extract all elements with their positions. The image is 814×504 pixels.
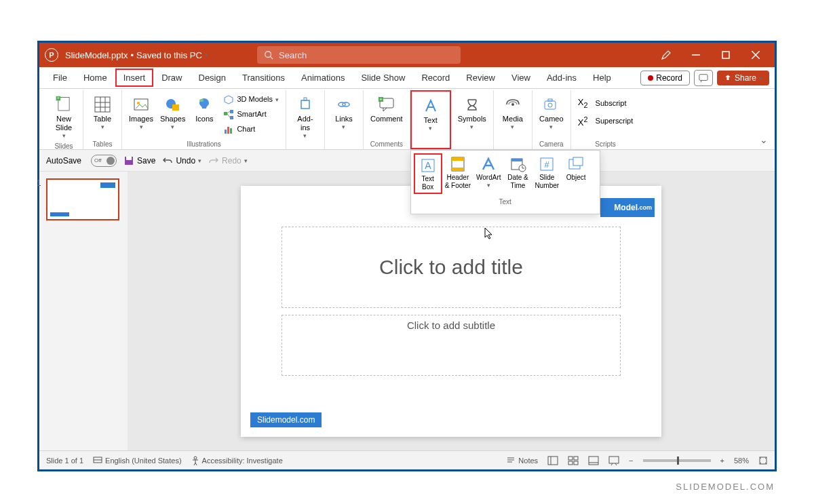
tab-home[interactable]: Home <box>75 69 115 87</box>
maximize-button[interactable] <box>712 45 739 65</box>
media-button[interactable]: Media▾ <box>498 93 528 132</box>
tab-review[interactable]: Review <box>458 69 503 87</box>
filename[interactable]: SlideModel.pptx <box>65 50 128 60</box>
svg-rect-6 <box>699 74 708 80</box>
share-button[interactable]: Share▾ <box>717 71 769 85</box>
minimize-button[interactable] <box>682 45 710 65</box>
logo-badge: Model.com <box>600 198 655 217</box>
svg-rect-64 <box>574 457 578 460</box>
svg-rect-54 <box>126 157 132 160</box>
cameo-button[interactable]: Cameo▾ <box>537 93 566 132</box>
footer-tag: Slidemodel.com <box>250 412 322 427</box>
svg-rect-63 <box>568 457 573 460</box>
search-input[interactable]: Search <box>257 46 461 64</box>
svg-rect-21 <box>224 112 227 115</box>
reading-view-button[interactable] <box>588 456 599 465</box>
object-button[interactable]: Object <box>562 153 590 194</box>
text-button[interactable]: Text▾ <box>416 94 446 134</box>
sorter-view-button[interactable] <box>568 456 579 465</box>
svg-rect-28 <box>230 128 232 134</box>
svg-rect-65 <box>568 461 573 465</box>
datetime-button[interactable]: Date & Time <box>504 153 532 194</box>
tab-draw[interactable]: Draw <box>153 69 190 87</box>
redo-button[interactable]: Redo▾ <box>208 156 248 166</box>
tab-design[interactable]: Design <box>191 69 234 87</box>
subscript-button[interactable]: X2 Subscript <box>575 96 636 111</box>
tab-insert[interactable]: Insert <box>115 69 154 87</box>
title-placeholder[interactable]: Click to add title <box>282 227 621 308</box>
svg-rect-66 <box>574 461 578 465</box>
icons-button[interactable]: Icons <box>189 93 219 125</box>
chart-button[interactable]: Chart <box>220 123 282 136</box>
header-footer-button[interactable]: Header & Footer <box>442 153 473 194</box>
tab-view[interactable]: View <box>503 69 539 87</box>
close-button[interactable] <box>742 45 769 65</box>
svg-rect-39 <box>452 168 464 171</box>
pencil-icon[interactable] <box>653 45 680 65</box>
svg-rect-41 <box>511 159 522 161</box>
svg-text:+: + <box>379 96 383 102</box>
superscript-button[interactable]: X2 Superscript <box>575 114 636 130</box>
save-button[interactable]: Save <box>123 155 155 166</box>
autosave-toggle[interactable]: Off <box>91 155 117 167</box>
svg-point-57 <box>194 457 197 459</box>
slideshow-view-button[interactable] <box>608 456 619 465</box>
tab-file[interactable]: File <box>45 69 75 87</box>
zoom-level[interactable]: 58% <box>734 457 749 465</box>
svg-text:A: A <box>425 160 431 171</box>
subtitle-placeholder[interactable]: Click to add subtitle <box>282 315 621 376</box>
status-bar: Slide 1 of 1 English (United States) Acc… <box>39 450 775 469</box>
tab-slideshow[interactable]: Slide Show <box>353 69 413 87</box>
wordart-button[interactable]: WordArt▾ <box>473 153 504 194</box>
textbox-button[interactable]: AText Box <box>414 153 442 194</box>
links-button[interactable]: Links▾ <box>329 93 359 132</box>
svg-rect-19 <box>172 104 179 111</box>
3dmodels-button[interactable]: 3D Models ▾ <box>220 93 282 106</box>
tab-record[interactable]: Record <box>413 69 458 87</box>
collapse-ribbon-button[interactable]: ⌄ <box>760 134 768 145</box>
svg-rect-50 <box>545 101 556 109</box>
ribbon: + New Slide▾ Slides Table▾ Tables Images… <box>39 89 775 150</box>
addins-button[interactable]: Add- ins▾ <box>290 93 320 141</box>
tab-help[interactable]: Help <box>585 69 619 87</box>
images-button[interactable]: Images▾ <box>126 93 156 132</box>
text-dropdown: AText Box Header & Footer WordArt▾ Date … <box>410 150 600 214</box>
zoom-slider[interactable] <box>643 459 711 462</box>
svg-rect-26 <box>225 130 227 134</box>
language-status[interactable]: English (United States) <box>93 457 182 465</box>
zoom-out-button[interactable]: − <box>629 457 633 465</box>
redo-icon <box>208 156 219 166</box>
new-slide-button[interactable]: + New Slide▾ <box>49 93 79 141</box>
share-icon <box>724 74 732 82</box>
save-status[interactable]: Saved to this PC <box>136 50 202 60</box>
svg-line-24 <box>227 111 230 113</box>
slide-count[interactable]: Slide 1 of 1 <box>46 457 83 465</box>
notes-button[interactable]: Notes <box>506 457 538 465</box>
thumbnail-panel: 1 <box>39 172 128 450</box>
svg-text:+: + <box>57 96 60 100</box>
tab-transitions[interactable]: Transitions <box>234 69 293 87</box>
undo-button[interactable]: Undo▾ <box>162 156 201 166</box>
autosave-label: AutoSave <box>46 156 81 166</box>
smartart-button[interactable]: SmartArt <box>220 108 282 121</box>
feedback-button[interactable] <box>694 70 713 86</box>
slide-canvas[interactable]: Model.com Click to add title Click to ad… <box>241 186 661 437</box>
table-button[interactable]: Table▾ <box>88 93 117 132</box>
tab-addins[interactable]: Add-ins <box>539 69 585 87</box>
zoom-in-button[interactable]: + <box>720 457 724 465</box>
svg-rect-48 <box>573 157 583 166</box>
fit-button[interactable] <box>758 456 768 465</box>
tab-animations[interactable]: Animations <box>293 69 353 87</box>
comment-button[interactable]: +Comment <box>368 93 406 125</box>
shapes-button[interactable]: Shapes▾ <box>157 93 188 132</box>
chevron-down-icon[interactable]: ▾ <box>205 52 208 58</box>
slide-thumbnail[interactable] <box>46 178 119 220</box>
svg-rect-67 <box>589 457 598 465</box>
symbols-button[interactable]: Symbols▾ <box>455 93 489 132</box>
svg-point-51 <box>548 103 552 107</box>
slide-number-button[interactable]: #Slide Number <box>532 153 562 194</box>
record-button[interactable]: Record <box>640 71 690 85</box>
accessibility-status[interactable]: Accessibility: Investigate <box>191 456 283 465</box>
svg-point-20 <box>199 99 204 102</box>
normal-view-button[interactable] <box>547 456 558 465</box>
